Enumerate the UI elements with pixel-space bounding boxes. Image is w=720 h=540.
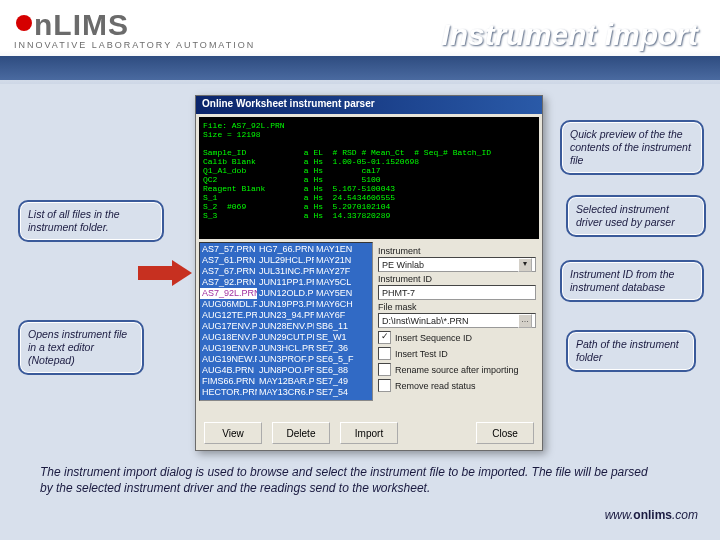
brand-logo: nLIMS INNOVATIVE LABORATORY AUTOMATION <box>14 8 255 50</box>
file-item[interactable]: SE7_49 <box>314 376 371 387</box>
file-item[interactable]: AUG19ENV.PRN <box>200 343 257 354</box>
insert-test-checkbox[interactable] <box>378 347 391 360</box>
callout-opens-notepad: Opens instrument file in a text editor (… <box>18 320 144 375</box>
page-title: Instrument import <box>441 18 698 52</box>
file-item[interactable]: MAY12BAR.PRN <box>257 376 314 387</box>
file-list[interactable]: AS7_57.PRNAS7_61.PRNAS7_67.PRNAS7_92.PRN… <box>199 242 373 401</box>
close-button[interactable]: Close <box>476 422 534 444</box>
file-item[interactable]: SB6_11 <box>314 321 371 332</box>
file-item[interactable]: AUG06MDL.PRN <box>200 299 257 310</box>
rename-source-checkbox[interactable] <box>378 363 391 376</box>
file-item[interactable]: MAY15END.PRN <box>257 398 314 401</box>
instrument-label: Instrument <box>378 246 536 256</box>
import-dialog: Online Worksheet instrument parser File:… <box>195 95 543 451</box>
file-item[interactable]: JUN3PROF.PRN <box>257 354 314 365</box>
file-item[interactable]: AS7_61.PRN <box>200 255 257 266</box>
file-item[interactable]: AUG12TE.PRN <box>200 310 257 321</box>
file-item[interactable]: JUN29CUT.PRN <box>257 332 314 343</box>
remove-read-checkbox[interactable] <box>378 379 391 392</box>
file-item[interactable]: AUG17ENV.PRN <box>200 321 257 332</box>
file-item[interactable]: JUN3HCL.PRN <box>257 343 314 354</box>
file-item[interactable]: AS7_67.PRN <box>200 266 257 277</box>
instrument-select[interactable]: PE Winlab▾ <box>378 257 536 272</box>
file-item[interactable]: MAY27F <box>314 266 371 277</box>
callout-path: Path of the instrument folder <box>566 330 696 372</box>
footer-description: The instrument import dialog is used to … <box>40 464 660 496</box>
file-mask-field[interactable]: D:\Inst\WinLab\*.PRN… <box>378 313 536 328</box>
file-item[interactable]: JUN19PP3.PRN <box>257 299 314 310</box>
file-item[interactable]: AS7_92.PRN <box>200 277 257 288</box>
callout-file-list: List of all files in the instrument fold… <box>18 200 164 242</box>
file-item[interactable]: JUN8POO.PRN <box>257 365 314 376</box>
file-item[interactable]: SE7_71 <box>314 398 371 401</box>
file-item[interactable]: JUL29HCL.PRN <box>257 255 314 266</box>
file-item[interactable]: MAY21N <box>314 255 371 266</box>
file-preview-pane: File: AS7_92L.PRN Size = 12198 Sample_ID… <box>199 117 539 239</box>
file-item[interactable]: AS7_92L.PRN <box>200 288 257 299</box>
file-item[interactable]: MAY5EN <box>314 288 371 299</box>
file-item[interactable]: SE7_36 <box>314 343 371 354</box>
file-item[interactable]: SE7_54 <box>314 387 371 398</box>
file-item[interactable]: JUN23_94.PRN <box>257 310 314 321</box>
dialog-titlebar: Online Worksheet instrument parser <box>196 96 542 114</box>
file-item[interactable]: AUG18ENV.PRN <box>200 332 257 343</box>
arrow-icon <box>138 260 192 286</box>
file-item[interactable]: SE6_5_F <box>314 354 371 365</box>
insert-sequence-checkbox[interactable]: ✓ <box>378 331 391 344</box>
file-item[interactable]: MAY5CL <box>314 277 371 288</box>
chevron-down-icon[interactable]: ▾ <box>518 258 532 272</box>
browse-button[interactable]: … <box>518 314 532 328</box>
file-item[interactable]: MAY13CR6.PRN <box>257 387 314 398</box>
file-item[interactable]: SE_W1 <box>314 332 371 343</box>
file-item[interactable]: HG7_6.PRN <box>200 398 257 401</box>
instrument-id-label: Instrument ID <box>378 274 536 284</box>
file-item[interactable]: JUN12OLD.PRN <box>257 288 314 299</box>
callout-instrument-id: Instrument ID from the instrument databa… <box>560 260 704 302</box>
file-item[interactable]: HG7_66.PRN <box>257 244 314 255</box>
file-item[interactable]: SE6_88 <box>314 365 371 376</box>
file-item[interactable]: HECTOR.PRN <box>200 387 257 398</box>
file-item[interactable]: JUN11PP1.PRN <box>257 277 314 288</box>
file-item[interactable]: AS7_57.PRN <box>200 244 257 255</box>
file-item[interactable]: MAY6CH <box>314 299 371 310</box>
footer-url: www.onlims.com <box>605 508 698 522</box>
import-button[interactable]: Import <box>340 422 398 444</box>
file-item[interactable]: FIMS66.PRN <box>200 376 257 387</box>
file-item[interactable]: MAY1EN <box>314 244 371 255</box>
file-item[interactable]: JUN28ENV.PRN <box>257 321 314 332</box>
instrument-id-field[interactable]: PHMT-7 <box>378 285 536 300</box>
view-button[interactable]: View <box>204 422 262 444</box>
callout-preview: Quick preview of the the contents of the… <box>560 120 704 175</box>
file-item[interactable]: JUL31INC.PRN <box>257 266 314 277</box>
file-mask-label: File mask <box>378 302 536 312</box>
delete-button[interactable]: Delete <box>272 422 330 444</box>
file-item[interactable]: AUG19NEW.PRN <box>200 354 257 365</box>
file-item[interactable]: MAY6F <box>314 310 371 321</box>
callout-driver: Selected instrument driver used by parse… <box>566 195 706 237</box>
file-item[interactable]: AUG4B.PRN <box>200 365 257 376</box>
